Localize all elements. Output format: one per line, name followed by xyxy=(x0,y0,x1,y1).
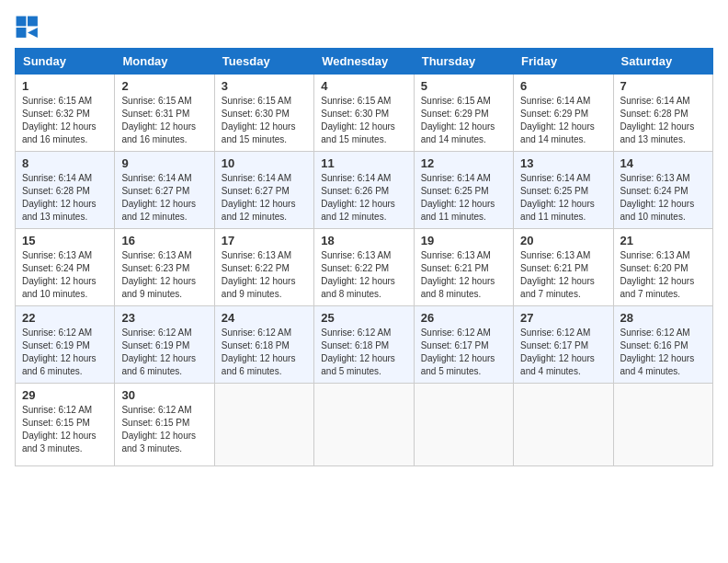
day-info: Sunrise: 6:14 AMSunset: 6:25 PMDaylight:… xyxy=(421,173,495,222)
day-info: Sunrise: 6:12 AMSunset: 6:19 PMDaylight:… xyxy=(121,327,196,376)
day-number: 24 xyxy=(222,311,307,325)
calendar-cell: 16Sunrise: 6:13 AMSunset: 6:23 PMDayligh… xyxy=(115,229,214,306)
day-info: Sunrise: 6:14 AMSunset: 6:27 PMDaylight:… xyxy=(121,173,196,222)
day-number: 30 xyxy=(121,388,207,402)
calendar-week-row: 8Sunrise: 6:14 AMSunset: 6:28 PMDaylight… xyxy=(16,152,713,229)
header xyxy=(15,15,713,40)
day-info: Sunrise: 6:12 AMSunset: 6:18 PMDaylight:… xyxy=(321,327,395,376)
day-info: Sunrise: 6:14 AMSunset: 6:25 PMDaylight:… xyxy=(520,173,595,222)
calendar-cell: 30Sunrise: 6:12 AMSunset: 6:15 PMDayligh… xyxy=(115,384,214,466)
day-number: 6 xyxy=(520,79,606,93)
header-cell-monday: Monday xyxy=(115,49,214,75)
calendar-week-row: 15Sunrise: 6:13 AMSunset: 6:24 PMDayligh… xyxy=(16,229,713,306)
calendar-cell xyxy=(613,384,712,466)
day-number: 9 xyxy=(121,156,207,170)
svg-rect-0 xyxy=(17,17,27,27)
calendar-cell: 3Sunrise: 6:15 AMSunset: 6:30 PMDaylight… xyxy=(214,75,313,152)
day-number: 22 xyxy=(22,311,108,325)
calendar-cell: 12Sunrise: 6:14 AMSunset: 6:25 PMDayligh… xyxy=(414,152,513,229)
day-info: Sunrise: 6:12 AMSunset: 6:17 PMDaylight:… xyxy=(421,327,495,376)
header-cell-friday: Friday xyxy=(514,49,613,75)
header-cell-saturday: Saturday xyxy=(613,49,712,75)
day-number: 2 xyxy=(121,79,207,93)
calendar-cell: 21Sunrise: 6:13 AMSunset: 6:20 PMDayligh… xyxy=(613,229,712,306)
day-number: 23 xyxy=(121,311,207,325)
day-info: Sunrise: 6:14 AMSunset: 6:27 PMDaylight:… xyxy=(222,173,296,222)
day-info: Sunrise: 6:13 AMSunset: 6:23 PMDaylight:… xyxy=(121,250,196,299)
calendar-cell: 19Sunrise: 6:13 AMSunset: 6:21 PMDayligh… xyxy=(414,229,513,306)
calendar-cell: 13Sunrise: 6:14 AMSunset: 6:25 PMDayligh… xyxy=(514,152,613,229)
calendar-cell xyxy=(514,384,613,466)
calendar-cell: 22Sunrise: 6:12 AMSunset: 6:19 PMDayligh… xyxy=(16,306,115,384)
calendar-body: 1Sunrise: 6:15 AMSunset: 6:32 PMDaylight… xyxy=(16,75,713,466)
calendar-cell: 4Sunrise: 6:15 AMSunset: 6:30 PMDaylight… xyxy=(314,75,414,152)
calendar-cell: 28Sunrise: 6:12 AMSunset: 6:16 PMDayligh… xyxy=(613,306,712,384)
day-number: 20 xyxy=(520,234,606,247)
calendar-cell: 14Sunrise: 6:13 AMSunset: 6:24 PMDayligh… xyxy=(613,152,712,229)
calendar-cell: 11Sunrise: 6:14 AMSunset: 6:26 PMDayligh… xyxy=(314,152,414,229)
calendar-cell: 27Sunrise: 6:12 AMSunset: 6:17 PMDayligh… xyxy=(514,306,613,384)
day-info: Sunrise: 6:12 AMSunset: 6:17 PMDaylight:… xyxy=(520,327,595,376)
day-number: 13 xyxy=(520,156,606,170)
day-number: 27 xyxy=(520,311,606,325)
day-number: 10 xyxy=(222,156,307,170)
svg-marker-3 xyxy=(28,28,38,38)
day-number: 19 xyxy=(421,234,506,247)
day-number: 14 xyxy=(620,156,706,170)
calendar-cell: 18Sunrise: 6:13 AMSunset: 6:22 PMDayligh… xyxy=(314,229,414,306)
day-info: Sunrise: 6:15 AMSunset: 6:29 PMDaylight:… xyxy=(421,96,495,144)
day-info: Sunrise: 6:13 AMSunset: 6:22 PMDaylight:… xyxy=(321,250,395,299)
day-info: Sunrise: 6:14 AMSunset: 6:29 PMDaylight:… xyxy=(520,96,595,144)
day-number: 15 xyxy=(22,234,108,247)
calendar-cell: 23Sunrise: 6:12 AMSunset: 6:19 PMDayligh… xyxy=(115,306,214,384)
calendar-cell: 8Sunrise: 6:14 AMSunset: 6:28 PMDaylight… xyxy=(16,152,115,229)
calendar-header-row: SundayMondayTuesdayWednesdayThursdayFrid… xyxy=(16,49,713,75)
calendar-week-row: 1Sunrise: 6:15 AMSunset: 6:32 PMDaylight… xyxy=(16,75,713,152)
day-number: 16 xyxy=(121,234,207,247)
day-number: 26 xyxy=(421,311,506,325)
day-info: Sunrise: 6:12 AMSunset: 6:15 PMDaylight:… xyxy=(121,405,196,454)
calendar-cell: 15Sunrise: 6:13 AMSunset: 6:24 PMDayligh… xyxy=(16,229,115,306)
day-info: Sunrise: 6:14 AMSunset: 6:26 PMDaylight:… xyxy=(321,173,395,222)
day-number: 28 xyxy=(620,311,706,325)
svg-rect-1 xyxy=(28,17,38,27)
day-number: 4 xyxy=(321,79,406,93)
calendar-cell: 20Sunrise: 6:13 AMSunset: 6:21 PMDayligh… xyxy=(514,229,613,306)
day-info: Sunrise: 6:13 AMSunset: 6:21 PMDaylight:… xyxy=(421,250,495,299)
calendar-cell xyxy=(314,384,414,466)
calendar-cell: 2Sunrise: 6:15 AMSunset: 6:31 PMDaylight… xyxy=(115,75,214,152)
header-cell-thursday: Thursday xyxy=(414,49,513,75)
calendar-cell: 29Sunrise: 6:12 AMSunset: 6:15 PMDayligh… xyxy=(16,384,115,466)
day-info: Sunrise: 6:13 AMSunset: 6:22 PMDaylight:… xyxy=(222,250,296,299)
logo-icon xyxy=(15,15,40,40)
header-cell-wednesday: Wednesday xyxy=(314,49,414,75)
day-info: Sunrise: 6:15 AMSunset: 6:30 PMDaylight:… xyxy=(321,96,395,144)
calendar-table: SundayMondayTuesdayWednesdayThursdayFrid… xyxy=(15,48,713,466)
calendar-cell xyxy=(414,384,513,466)
day-info: Sunrise: 6:13 AMSunset: 6:20 PMDaylight:… xyxy=(620,250,695,299)
calendar-cell: 10Sunrise: 6:14 AMSunset: 6:27 PMDayligh… xyxy=(214,152,313,229)
day-info: Sunrise: 6:12 AMSunset: 6:18 PMDaylight:… xyxy=(222,327,296,376)
calendar-cell: 1Sunrise: 6:15 AMSunset: 6:32 PMDaylight… xyxy=(16,75,115,152)
day-number: 21 xyxy=(620,234,706,247)
logo xyxy=(15,15,44,40)
day-info: Sunrise: 6:13 AMSunset: 6:21 PMDaylight:… xyxy=(520,250,595,299)
calendar-cell xyxy=(214,384,313,466)
day-number: 17 xyxy=(222,234,307,247)
day-number: 3 xyxy=(222,79,307,93)
day-number: 12 xyxy=(421,156,506,170)
calendar-week-row: 22Sunrise: 6:12 AMSunset: 6:19 PMDayligh… xyxy=(16,306,713,384)
day-info: Sunrise: 6:15 AMSunset: 6:32 PMDaylight:… xyxy=(22,96,97,144)
svg-rect-2 xyxy=(17,28,27,38)
calendar-cell: 6Sunrise: 6:14 AMSunset: 6:29 PMDaylight… xyxy=(514,75,613,152)
header-cell-tuesday: Tuesday xyxy=(214,49,313,75)
day-info: Sunrise: 6:12 AMSunset: 6:16 PMDaylight:… xyxy=(620,327,695,376)
calendar-cell: 25Sunrise: 6:12 AMSunset: 6:18 PMDayligh… xyxy=(314,306,414,384)
day-info: Sunrise: 6:13 AMSunset: 6:24 PMDaylight:… xyxy=(620,173,695,222)
calendar-cell: 24Sunrise: 6:12 AMSunset: 6:18 PMDayligh… xyxy=(214,306,313,384)
day-info: Sunrise: 6:12 AMSunset: 6:19 PMDaylight:… xyxy=(22,327,97,376)
day-number: 5 xyxy=(421,79,506,93)
day-number: 1 xyxy=(22,79,108,93)
calendar-cell: 17Sunrise: 6:13 AMSunset: 6:22 PMDayligh… xyxy=(214,229,313,306)
calendar-cell: 7Sunrise: 6:14 AMSunset: 6:28 PMDaylight… xyxy=(613,75,712,152)
